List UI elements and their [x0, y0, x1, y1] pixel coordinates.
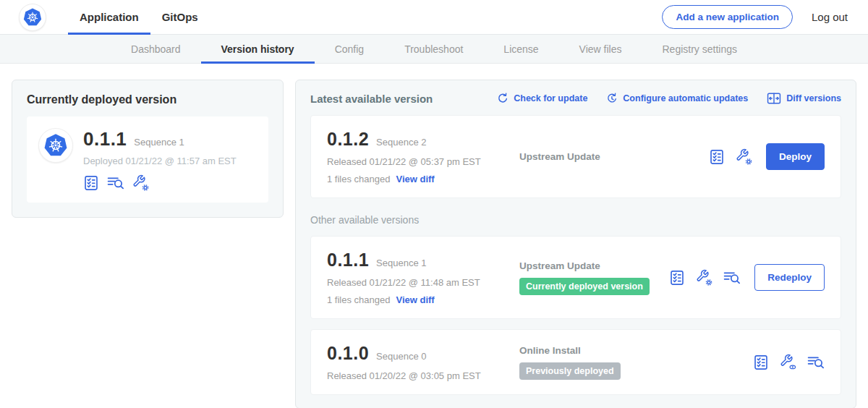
- schedule-icon: [606, 93, 618, 104]
- kubernetes-logo: [19, 4, 46, 31]
- deployed-timestamp: Deployed 01/21/22 @ 11:57 am EST: [83, 156, 237, 166]
- edit-config-icon[interactable]: [736, 148, 752, 165]
- configure-automatic-updates-link[interactable]: Configure automatic updates: [606, 93, 748, 104]
- currently-deployed-card: Currently deployed version 0.1.1 Sequenc…: [12, 80, 284, 218]
- version-source: Online Install: [519, 345, 753, 356]
- version-history-panel: Latest available version Check for updat…: [295, 80, 856, 408]
- deploy-logs-icon[interactable]: [723, 270, 741, 286]
- released-timestamp: Released 01/21/22 @ 05:37 pm EST: [327, 156, 508, 167]
- app-subnav: Dashboard Version history Config Trouble…: [0, 35, 868, 64]
- files-changed-label: 1 files changed: [327, 294, 390, 305]
- subnav-config[interactable]: Config: [315, 35, 384, 64]
- deployed-version-card: 0.1.1 Sequence 1 Deployed 01/21/22 @ 11:…: [27, 116, 268, 203]
- app-icon-kubernetes: [38, 128, 73, 163]
- edit-config-icon[interactable]: [132, 174, 149, 191]
- sequence-label: Sequence 0: [376, 351, 426, 362]
- check-for-update-link[interactable]: Check for update: [497, 93, 587, 104]
- release-notes-icon[interactable]: [709, 149, 725, 165]
- version-number: 0.1.0: [327, 343, 369, 364]
- view-config-icon[interactable]: [780, 354, 796, 370]
- deploy-button[interactable]: Deploy: [766, 143, 825, 170]
- main-content: Currently deployed version 0.1.1 Sequenc…: [0, 64, 868, 408]
- deployed-sequence: Sequence 1: [134, 137, 184, 148]
- add-new-application-button[interactable]: Add a new application: [662, 5, 793, 29]
- top-header: Application GitOps Add a new application…: [0, 0, 868, 35]
- sequence-label: Sequence 1: [376, 258, 426, 268]
- app-tabs: Application GitOps: [68, 0, 210, 35]
- subnav-registry-settings[interactable]: Registry settings: [642, 35, 757, 64]
- other-available-title: Other available versions: [310, 214, 841, 226]
- release-notes-icon[interactable]: [669, 270, 685, 286]
- version-row-0-1-1: 0.1.1 Sequence 1 Released 01/21/22 @ 11:…: [310, 236, 841, 319]
- files-changed-label: 1 files changed: [327, 174, 390, 184]
- version-row-0-1-2: 0.1.2 Sequence 2 Released 01/21/22 @ 05:…: [310, 115, 841, 198]
- version-source: Upstream Update: [519, 260, 669, 271]
- currently-deployed-badge: Currently deployed version: [519, 278, 650, 295]
- view-diff-link[interactable]: View diff: [396, 294, 434, 305]
- configure-automatic-updates-label: Configure automatic updates: [623, 93, 748, 103]
- diff-icon: [767, 92, 781, 105]
- release-notes-icon[interactable]: [753, 354, 769, 370]
- sequence-label: Sequence 2: [376, 137, 426, 148]
- version-number: 0.1.1: [327, 250, 369, 271]
- redeploy-button[interactable]: Redeploy: [754, 264, 825, 291]
- latest-available-title: Latest available version: [310, 93, 433, 105]
- diff-versions-link[interactable]: Diff versions: [767, 92, 841, 105]
- view-diff-link[interactable]: View diff: [396, 174, 434, 184]
- deployed-version-number: 0.1.1: [83, 128, 127, 150]
- tab-application[interactable]: Application: [68, 0, 150, 35]
- diff-versions-label: Diff versions: [786, 93, 841, 103]
- released-timestamp: Released 01/20/22 @ 03:05 pm EST: [327, 370, 508, 381]
- edit-config-icon[interactable]: [696, 269, 712, 286]
- version-source: Upstream Update: [519, 151, 709, 162]
- deployed-card-title: Currently deployed version: [27, 93, 268, 106]
- subnav-license[interactable]: License: [483, 35, 558, 64]
- version-row-0-1-0: 0.1.0 Sequence 0 Released 01/20/22 @ 03:…: [310, 329, 841, 395]
- previously-deployed-badge: Previously deployed: [519, 362, 621, 380]
- refresh-icon: [497, 93, 509, 104]
- subnav-version-history[interactable]: Version history: [201, 35, 315, 64]
- deploy-logs-icon[interactable]: [107, 175, 124, 191]
- subnav-dashboard[interactable]: Dashboard: [111, 35, 201, 64]
- tab-gitops[interactable]: GitOps: [150, 0, 210, 35]
- subnav-troubleshoot[interactable]: Troubleshoot: [384, 35, 483, 64]
- release-notes-icon[interactable]: [83, 175, 99, 191]
- logout-button[interactable]: Log out: [812, 11, 848, 23]
- deploy-logs-icon[interactable]: [807, 354, 825, 370]
- version-number: 0.1.2: [327, 129, 369, 150]
- subnav-view-files[interactable]: View files: [559, 35, 642, 64]
- released-timestamp: Released 01/21/22 @ 11:48 am EST: [327, 277, 508, 288]
- check-for-update-label: Check for update: [514, 93, 587, 103]
